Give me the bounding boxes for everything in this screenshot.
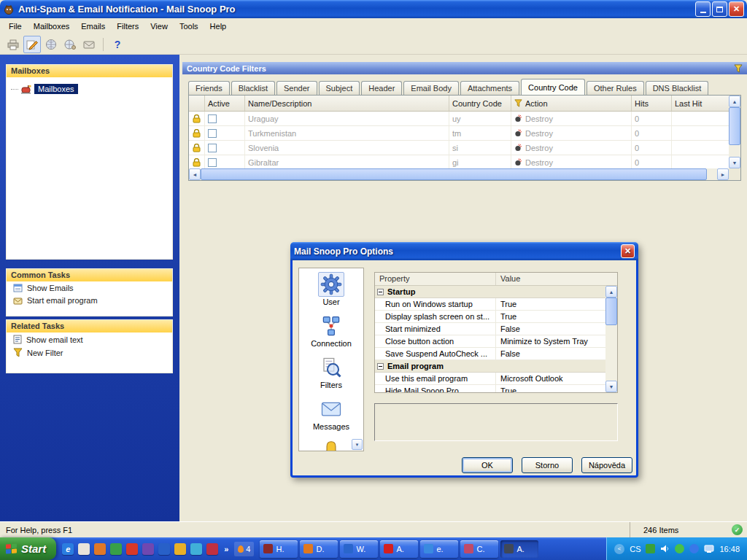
taskbar-window-button[interactable]: H. <box>260 540 298 558</box>
send-mail-button[interactable] <box>80 36 98 53</box>
col-action[interactable]: Action <box>511 96 632 111</box>
property-row[interactable]: Use this email program Microsoft Outlook <box>375 373 605 385</box>
scroll-thumb[interactable] <box>605 298 617 325</box>
property-row[interactable]: Close button action Minimize to System T… <box>375 335 605 348</box>
task-show-emails[interactable]: Show Emails <box>7 281 172 294</box>
active-checkbox[interactable] <box>208 144 217 152</box>
collapse-icon[interactable] <box>377 363 384 370</box>
property-column-header[interactable]: Property <box>375 273 496 285</box>
category-scroll-down-button[interactable]: ▼ <box>352 439 363 450</box>
property-value[interactable]: Minimize to System Tray <box>496 335 605 347</box>
print-button[interactable] <box>4 36 22 53</box>
value-column-header[interactable]: Value <box>496 273 525 285</box>
task-new-filter[interactable]: New Filter <box>7 346 172 359</box>
menu-tools[interactable]: Tools <box>174 20 204 33</box>
vertical-scroll-thumb[interactable] <box>729 107 740 145</box>
quicklaunch-icon[interactable] <box>94 543 106 555</box>
quicklaunch-icon[interactable] <box>174 543 186 555</box>
col-lock[interactable] <box>189 96 205 111</box>
tray-status-blue-icon[interactable] <box>689 544 699 553</box>
tray-collapse-chevron[interactable]: < <box>614 544 624 554</box>
quicklaunch-icon[interactable] <box>206 543 218 555</box>
quicklaunch-counter[interactable]: 4 <box>234 542 254 556</box>
quicklaunch-icon[interactable] <box>142 543 154 555</box>
tray-status-green-icon[interactable] <box>675 544 684 553</box>
tab-dns-blacklist[interactable]: DNS Blacklist <box>646 81 709 95</box>
tab-email-body[interactable]: Email Body <box>403 81 459 95</box>
col-country-code[interactable]: Country Code <box>449 96 511 111</box>
tab-other-rules[interactable]: Other Rules <box>587 81 644 95</box>
tab-attachments[interactable]: Attachments <box>460 81 519 95</box>
active-checkbox[interactable] <box>208 129 217 138</box>
category-filters[interactable]: Filters <box>299 355 363 389</box>
menu-view[interactable]: View <box>144 20 174 33</box>
tray-language-indicator[interactable]: CS <box>630 545 640 553</box>
property-row[interactable]: Display splash screen on st... True <box>375 311 605 323</box>
scroll-down-button[interactable]: ▼ <box>605 381 617 392</box>
maximize-button[interactable] <box>712 1 727 17</box>
taskbar-window-button[interactable]: A. <box>380 540 418 558</box>
property-value[interactable]: True <box>496 298 605 310</box>
table-row[interactable]: Gibraltar gi Destroy 0 <box>189 155 729 170</box>
taskbar-window-button[interactable]: W. <box>340 540 378 558</box>
menu-help[interactable]: Help <box>204 20 233 33</box>
property-value[interactable]: True <box>496 385 605 393</box>
active-checkbox[interactable] <box>208 158 217 167</box>
scroll-left-button[interactable]: ◄ <box>189 168 201 180</box>
property-value[interactable]: False <box>496 348 605 359</box>
col-last-hit[interactable]: Last Hit <box>672 96 729 111</box>
mailboxes-panel-header[interactable]: Mailboxes <box>7 65 172 77</box>
help-button[interactable]: Nápověda <box>581 457 632 473</box>
horizontal-scroll-thumb[interactable] <box>201 168 707 180</box>
scroll-up-button[interactable]: ▲ <box>605 286 617 298</box>
tab-subject[interactable]: Subject <box>319 81 360 95</box>
filter-funnel-icon[interactable] <box>734 64 743 73</box>
category-connection[interactable]: Connection <box>299 314 363 348</box>
property-row[interactable]: Save Suspend AutoCheck ... False <box>375 348 605 360</box>
property-row[interactable]: Hide Mail Snoop Pro True <box>375 385 605 393</box>
tray-volume-icon[interactable] <box>660 544 670 553</box>
menu-filters[interactable]: Filters <box>111 20 144 33</box>
property-value[interactable]: True <box>496 311 605 322</box>
col-active[interactable]: Active <box>205 96 245 111</box>
tab-header[interactable]: Header <box>361 81 402 95</box>
property-row[interactable]: Start minimized False <box>375 323 605 335</box>
col-hits[interactable]: Hits <box>632 96 672 111</box>
col-name[interactable]: Name/Description <box>245 96 449 111</box>
tab-sender[interactable]: Sender <box>276 81 317 95</box>
ok-button[interactable]: OK <box>462 457 513 473</box>
help-button[interactable]: ? <box>109 36 126 53</box>
table-row[interactable]: Slovenia si Destroy 0 <box>189 141 729 155</box>
tray-display-icon[interactable] <box>704 545 714 553</box>
menu-mailboxes[interactable]: Mailboxes <box>28 20 76 33</box>
taskbar-window-button[interactable]: D. <box>300 540 338 558</box>
horizontal-scrollbar[interactable]: ◄ ► <box>189 168 729 180</box>
tab-blacklist[interactable]: Blacklist <box>231 81 275 95</box>
property-value[interactable]: False <box>496 323 605 335</box>
property-grid-scrollbar[interactable]: ▲ ▼ <box>605 286 617 392</box>
group-row-email-program[interactable]: Email program <box>375 360 605 373</box>
minimize-button[interactable] <box>695 1 711 17</box>
taskbar-window-button-active[interactable]: A. <box>500 540 538 558</box>
taskbar-window-button[interactable]: C. <box>460 540 498 558</box>
close-button[interactable]: ✕ <box>729 1 744 17</box>
tray-shield-icon[interactable] <box>646 544 655 553</box>
task-start-email-program[interactable]: Start email program <box>7 294 172 306</box>
quicklaunch-icon[interactable] <box>78 543 90 555</box>
taskbar-window-button[interactable]: e. <box>420 540 458 558</box>
group-row-startup[interactable]: Startup <box>375 286 605 298</box>
menu-emails[interactable]: Emails <box>75 20 111 33</box>
vertical-scrollbar[interactable]: ▲ ▼ <box>729 96 740 168</box>
scroll-up-button[interactable]: ▲ <box>729 96 740 107</box>
scroll-down-button[interactable]: ▼ <box>729 157 740 168</box>
quicklaunch-icon[interactable] <box>190 543 202 555</box>
start-button[interactable]: Start <box>0 537 56 560</box>
quicklaunch-icon[interactable] <box>158 543 170 555</box>
collapse-icon[interactable] <box>377 289 384 295</box>
table-row[interactable]: Uraguay uy Destroy 0 <box>189 112 729 126</box>
web-update-button[interactable] <box>61 36 79 53</box>
quicklaunch-icon[interactable] <box>110 543 122 555</box>
tray-clock[interactable]: 16:48 <box>719 545 740 553</box>
property-row[interactable]: Run on Windows startup True <box>375 298 605 311</box>
active-checkbox[interactable] <box>208 114 217 123</box>
